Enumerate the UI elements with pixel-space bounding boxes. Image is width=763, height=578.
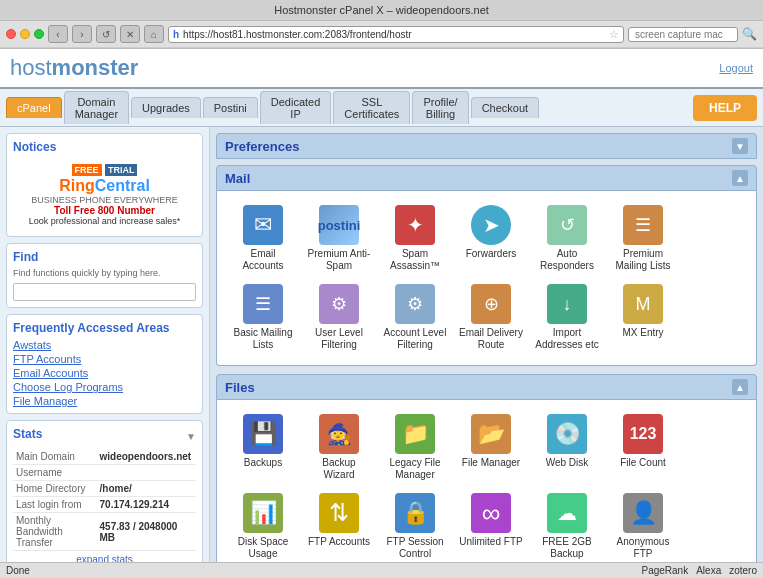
backups-icon: 💾 — [243, 414, 283, 454]
tab-checkout[interactable]: Checkout — [471, 97, 539, 118]
stop-button[interactable]: ✕ — [120, 25, 140, 43]
stats-value-lastlogin: 70.174.129.214 — [97, 497, 196, 513]
browser-toolbar: ‹ › ↺ ✕ ⌂ h https://host81.hostmonster.c… — [0, 21, 763, 48]
spam-assassin-label: Spam Assassin™ — [383, 248, 447, 272]
minimize-button[interactable] — [20, 29, 30, 39]
stats-value-domain: wideopendoors.net — [97, 449, 196, 465]
faq-link-email[interactable]: Email Accounts — [13, 367, 196, 379]
mail-collapse-button[interactable]: ▲ — [732, 170, 748, 186]
tab-domain-manager[interactable]: DomainManager — [64, 91, 129, 124]
files-icon-disk-space[interactable]: 📊 Disk Space Usage — [227, 489, 299, 564]
status-right: PageRank Alexa zotero — [641, 565, 757, 576]
faq-section: Frequently Accessed Areas Awstats FTP Ac… — [6, 314, 203, 414]
files-icon-backup-wizard[interactable]: 🧙 Backup Wizard — [303, 410, 375, 485]
faq-link-awstats[interactable]: Awstats — [13, 339, 196, 351]
favicon: h — [173, 29, 179, 40]
mail-icon-mx[interactable]: M MX Entry — [607, 280, 679, 355]
delivery-label: Email Delivery Route — [459, 327, 523, 351]
search-input[interactable] — [628, 27, 738, 42]
web-disk-icon: 💿 — [547, 414, 587, 454]
logo-monster: monster — [52, 55, 139, 80]
files-icon-backups[interactable]: 💾 Backups — [227, 410, 299, 485]
import-label: Import Addresses etc — [535, 327, 599, 351]
faq-title: Frequently Accessed Areas — [13, 321, 196, 335]
stats-section: Stats ▼ Main Domain wideopendoors.net Us… — [6, 420, 203, 569]
address-bar[interactable]: h https://host81.hostmonster.com:2083/fr… — [168, 26, 624, 43]
ftp-accounts-label: FTP Accounts — [308, 536, 370, 548]
files-collapse-button[interactable]: ▲ — [732, 379, 748, 395]
web-disk-label: Web Disk — [546, 457, 589, 469]
mail-icon-basic-mailing[interactable]: ☰ Basic Mailing Lists — [227, 280, 299, 355]
stats-title: Stats — [13, 427, 42, 441]
tab-ssl-certificates[interactable]: SSLCertificates — [333, 91, 410, 124]
tab-postini[interactable]: Postini — [203, 97, 258, 118]
maximize-button[interactable] — [34, 29, 44, 39]
mail-icon-acct-filter[interactable]: ⚙ Account Level Filtering — [379, 280, 451, 355]
preferences-header: Preferences ▼ — [216, 133, 757, 159]
file-manager-icon: 📂 — [471, 414, 511, 454]
close-button[interactable] — [6, 29, 16, 39]
files-icon-ftp-accounts[interactable]: ⇅ FTP Accounts — [303, 489, 375, 564]
faq-link-ftp[interactable]: FTP Accounts — [13, 353, 196, 365]
files-header: Files ▲ — [216, 374, 757, 400]
files-icon-anonymous-ftp[interactable]: 👤 Anonymous FTP — [607, 489, 679, 564]
files-icon-file-manager[interactable]: 📂 File Manager — [455, 410, 527, 485]
mail-body: ✉ Email Accounts postini Premium Anti-Sp… — [216, 191, 757, 366]
status-bar: Done PageRank Alexa zotero — [0, 562, 763, 578]
files-icon-legacy-fm[interactable]: 📁 Legacy File Manager — [379, 410, 451, 485]
files-icon-free2gb[interactable]: ☁ FREE 2GB Backup — [531, 489, 603, 564]
mail-icon-delivery[interactable]: ⊕ Email Delivery Route — [455, 280, 527, 355]
ad-ringcentral[interactable]: FREE TRIAL RingCentral BUSINESS PHONE EV… — [13, 158, 196, 230]
preferences-collapse-button[interactable]: ▼ — [732, 138, 748, 154]
mail-icon-spam-assassin[interactable]: ✦ Spam Assassin™ — [379, 201, 451, 276]
find-title: Find — [13, 250, 196, 264]
find-hint: Find functions quickly by typing here. — [13, 268, 196, 278]
mail-icon-premium-antispam[interactable]: postini Premium Anti-Spam — [303, 201, 375, 276]
tab-upgrades[interactable]: Upgrades — [131, 97, 201, 118]
files-icon-web-disk[interactable]: 💿 Web Disk — [531, 410, 603, 485]
faq-link-chooselog[interactable]: Choose Log Programs — [13, 381, 196, 393]
premium-antispam-icon: postini — [319, 205, 359, 245]
free2gb-label: FREE 2GB Backup — [535, 536, 599, 560]
user-filter-icon: ⚙ — [319, 284, 359, 324]
logout-button[interactable]: Logout — [719, 62, 753, 74]
stats-collapse-button[interactable]: ▼ — [186, 431, 196, 442]
page-title: Hostmonster cPanel X – wideopendoors.net — [274, 4, 489, 16]
stats-row-homedir: Home Directory /home/ — [13, 481, 196, 497]
logo-host: host — [10, 55, 52, 80]
mail-icon-forwarders[interactable]: ➤ Forwarders — [455, 201, 527, 276]
files-icon-unlimited-ftp[interactable]: ∞ Unlimited FTP — [455, 489, 527, 564]
tab-dedicated-ip[interactable]: DedicatedIP — [260, 91, 332, 124]
tab-cpanel[interactable]: cPanel — [6, 97, 62, 118]
refresh-button[interactable]: ↺ — [96, 25, 116, 43]
ad-toll: Toll Free 800 Number — [17, 205, 192, 216]
content-area: Notices FREE TRIAL RingCentral BUSINESS … — [0, 127, 763, 569]
mail-icon-premium-mailing[interactable]: ☰ Premium Mailing Lists — [607, 201, 679, 276]
back-button[interactable]: ‹ — [48, 25, 68, 43]
bookmark-star[interactable]: ☆ — [609, 28, 619, 41]
mail-icon-user-filter[interactable]: ⚙ User Level Filtering — [303, 280, 375, 355]
stats-row-domain: Main Domain wideopendoors.net — [13, 449, 196, 465]
faq-link-filemanager[interactable]: File Manager — [13, 395, 196, 407]
files-body: 💾 Backups 🧙 Backup Wizard 📁 Legacy File … — [216, 400, 757, 569]
files-icon-ftp-session[interactable]: 🔒 FTP Session Control — [379, 489, 451, 564]
mail-icon-auto-responders[interactable]: ↺ Auto Responders — [531, 201, 603, 276]
mail-icon-import[interactable]: ↓ Import Addresses etc — [531, 280, 603, 355]
ftp-accounts-icon: ⇅ — [319, 493, 359, 533]
forward-button[interactable]: › — [72, 25, 92, 43]
ad-ring: Ring — [59, 177, 95, 194]
mail-icons-grid: ✉ Email Accounts postini Premium Anti-Sp… — [223, 197, 750, 359]
tab-profile-billing[interactable]: Profile/Billing — [412, 91, 468, 124]
home-button[interactable]: ⌂ — [144, 25, 164, 43]
spam-assassin-icon: ✦ — [395, 205, 435, 245]
user-filter-label: User Level Filtering — [307, 327, 371, 351]
mx-icon: M — [623, 284, 663, 324]
unlimited-ftp-label: Unlimited FTP — [459, 536, 522, 548]
help-button[interactable]: HELP — [693, 95, 757, 121]
stats-row-bandwidth: Monthly Bandwidth Transfer 457.83 / 2048… — [13, 513, 196, 551]
files-icon-file-count[interactable]: 123 File Count — [607, 410, 679, 485]
notices-title: Notices — [13, 140, 196, 154]
stats-row-lastlogin: Last login from 70.174.129.214 — [13, 497, 196, 513]
mail-icon-email-accounts[interactable]: ✉ Email Accounts — [227, 201, 299, 276]
find-input[interactable] — [13, 283, 196, 301]
